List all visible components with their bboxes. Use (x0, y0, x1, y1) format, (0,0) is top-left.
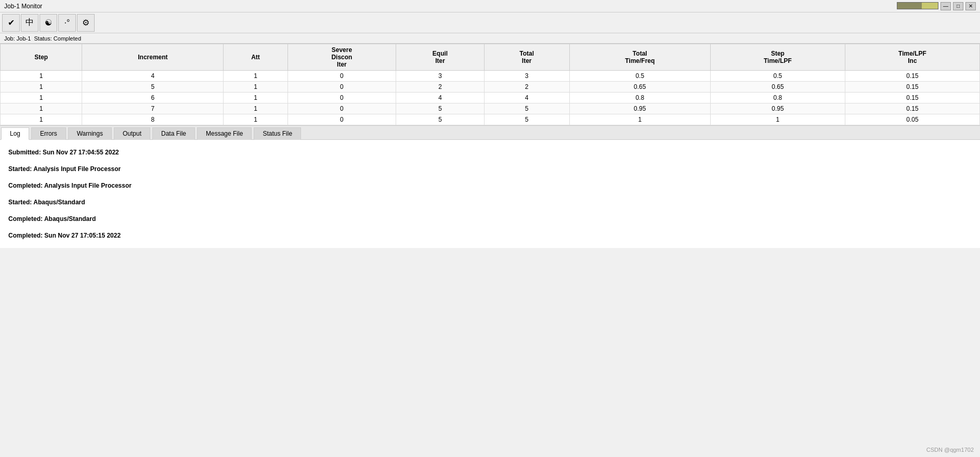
cell-totalTimeFreq: 0.8 (569, 93, 710, 103)
settings-button[interactable]: ⚙ (77, 14, 95, 32)
status-value: Completed (54, 35, 81, 42)
submit-button[interactable]: ✔ (2, 14, 20, 32)
cell-totalIter: 5 (484, 103, 569, 114)
log-line: Started: Abaqus/Standard (8, 196, 972, 208)
cell-step: 1 (1, 71, 82, 82)
cell-att: 1 (224, 82, 288, 93)
table-row: 1410330.50.50.15 (1, 71, 980, 82)
cell-totalTimeFreq: 0.5 (569, 71, 710, 82)
col-header-total-iter: TotalIter (484, 44, 569, 71)
log-line (8, 208, 972, 213)
table-row: 1610440.80.80.15 (1, 93, 980, 103)
results-button[interactable]: ☯ (40, 14, 57, 32)
log-line (8, 225, 972, 229)
cell-timeLPFInc: 0.15 (845, 93, 979, 103)
cell-stepTimeLPF: 0.5 (710, 71, 845, 82)
status-bar: Job: Job-1 Status: Completed (0, 33, 980, 44)
minimize-button[interactable]: — (940, 2, 951, 10)
cell-totalIter: 4 (484, 93, 569, 103)
log-line (8, 159, 972, 163)
tab-output[interactable]: Output (114, 127, 150, 140)
window-controls: — □ ✕ (897, 2, 976, 10)
cell-totalIter: 3 (484, 71, 569, 82)
monitor-table: Step Increment Att SevereDisconIter Equi… (0, 44, 980, 125)
cell-stepTimeLPF: 0.8 (710, 93, 845, 103)
col-header-severe: SevereDisconIter (288, 44, 396, 71)
log-line (8, 175, 972, 179)
cell-increment: 7 (82, 103, 224, 114)
log-line (8, 192, 972, 196)
watermark: CSDN @qgm1702 (926, 447, 974, 453)
cell-totalIter: 5 (484, 114, 569, 125)
cell-att: 1 (224, 93, 288, 103)
tab-log[interactable]: Log (1, 127, 29, 140)
cell-severeDisconIter: 0 (288, 93, 396, 103)
cell-timeLPFInc: 0.15 (845, 82, 979, 93)
cell-att: 1 (224, 103, 288, 114)
log-area: Submitted: Sun Nov 27 17:04:55 2022 Star… (0, 140, 980, 248)
cell-severeDisconIter: 0 (288, 103, 396, 114)
tab-datafile[interactable]: Data File (152, 127, 195, 140)
cell-att: 1 (224, 114, 288, 125)
col-header-step: Step (1, 44, 82, 71)
col-header-att: Att (224, 44, 288, 71)
col-header-time-lpf: Time/LPFInc (845, 44, 979, 71)
col-header-total-time: TotalTime/Freq (569, 44, 710, 71)
log-line: Completed: Analysis Input File Processor (8, 179, 972, 192)
cell-totalIter: 2 (484, 82, 569, 93)
cell-att: 1 (224, 71, 288, 82)
table-row: 181055110.05 (1, 114, 980, 125)
cell-timeLPFInc: 0.15 (845, 103, 979, 114)
log-line: Submitted: Sun Nov 27 17:04:55 2022 (8, 146, 972, 159)
cell-increment: 8 (82, 114, 224, 125)
tab-errors[interactable]: Errors (31, 127, 66, 140)
tab-bar: LogErrorsWarningsOutputData FileMessage … (0, 125, 980, 140)
cell-severeDisconIter: 0 (288, 82, 396, 93)
toolbar: ✔ 中 ☯ ·° ⚙ (0, 12, 980, 33)
cell-severeDisconIter: 0 (288, 114, 396, 125)
cell-equilibIter: 2 (396, 82, 485, 93)
job-label: Job: (4, 35, 15, 42)
cell-increment: 4 (82, 71, 224, 82)
cell-equilibIter: 5 (396, 103, 485, 114)
cell-equilibIter: 3 (396, 71, 485, 82)
col-header-increment: Increment (82, 44, 224, 71)
cell-totalTimeFreq: 0.65 (569, 82, 710, 93)
col-header-step-time: StepTime/LPF (710, 44, 845, 71)
monitor-button[interactable]: 中 (21, 14, 38, 32)
cell-equilibIter: 4 (396, 93, 485, 103)
job-value: Job-1 (17, 35, 31, 42)
table-row: 1510220.650.650.15 (1, 82, 980, 93)
cell-timeLPFInc: 0.05 (845, 114, 979, 125)
table-header-row: Step Increment Att SevereDisconIter Equi… (1, 44, 980, 71)
cell-step: 1 (1, 93, 82, 103)
progress-indicator (897, 2, 938, 9)
cell-totalTimeFreq: 0.95 (569, 103, 710, 114)
cell-totalTimeFreq: 1 (569, 114, 710, 125)
cell-stepTimeLPF: 0.95 (710, 103, 845, 114)
status-label: Status: (34, 35, 52, 42)
tab-warnings[interactable]: Warnings (68, 127, 112, 140)
cell-stepTimeLPF: 1 (710, 114, 845, 125)
cell-stepTimeLPF: 0.65 (710, 82, 845, 93)
log-line: Completed: Abaqus/Standard (8, 213, 972, 225)
log-line: Completed: Sun Nov 27 17:05:15 2022 (8, 229, 972, 242)
cell-timeLPFInc: 0.15 (845, 71, 979, 82)
table-row: 1710550.950.950.15 (1, 103, 980, 114)
close-button[interactable]: ✕ (965, 2, 976, 10)
restore-button[interactable]: □ (953, 2, 963, 10)
log-line: Started: Analysis Input File Processor (8, 163, 972, 175)
title-bar: Job-1 Monitor — □ ✕ (0, 0, 980, 12)
tab-messagefile[interactable]: Message File (197, 127, 252, 140)
data-table-area: Step Increment Att SevereDisconIter Equi… (0, 44, 980, 125)
cell-increment: 6 (82, 93, 224, 103)
kill-button[interactable]: ·° (58, 14, 76, 32)
col-header-equil: EquilIter (396, 44, 485, 71)
tab-statusfile[interactable]: Status File (254, 127, 301, 140)
cell-severeDisconIter: 0 (288, 71, 396, 82)
cell-increment: 5 (82, 82, 224, 93)
cell-equilibIter: 5 (396, 114, 485, 125)
cell-step: 1 (1, 103, 82, 114)
window-title: Job-1 Monitor (4, 3, 42, 10)
cell-step: 1 (1, 114, 82, 125)
